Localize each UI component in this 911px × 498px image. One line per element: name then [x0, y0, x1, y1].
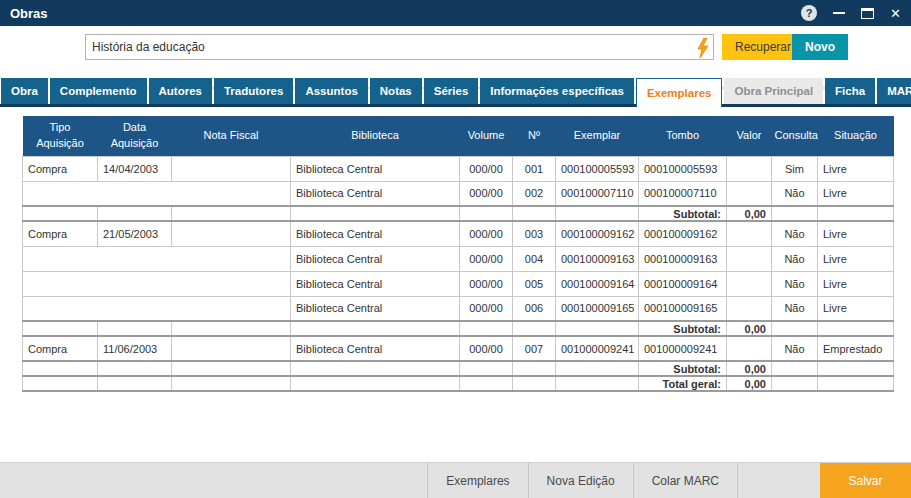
- table-row[interactable]: Biblioteca Central 000/00 006 0001000091…: [23, 296, 894, 321]
- salvar-button[interactable]: Salvar: [820, 463, 911, 498]
- search-input[interactable]: [86, 35, 686, 59]
- tab-bar: Obra Complemento Autores Tradutores Assu…: [0, 78, 911, 107]
- close-icon[interactable]: ✕: [890, 7, 901, 20]
- help-icon[interactable]: ?: [801, 5, 817, 21]
- table-row[interactable]: Compra 21/05/2003 Biblioteca Central 000…: [23, 221, 894, 246]
- exemplares-button[interactable]: Exemplares: [427, 463, 527, 498]
- table-header-row: Tipo Aquisição Data Aquisição Nota Fisca…: [23, 116, 894, 156]
- nova-edicao-button[interactable]: Nova Edição: [528, 463, 633, 498]
- subtotal-value: 0,00: [727, 206, 772, 221]
- column-header-valor: Valor: [727, 116, 772, 156]
- exemplares-grid: Tipo Aquisição Data Aquisição Nota Fisca…: [22, 116, 911, 392]
- column-header-tipo-aquisicao: Tipo Aquisição: [23, 116, 98, 156]
- subtotal-label: Subtotal:: [639, 321, 727, 336]
- tab-obra-principal[interactable]: Obra Principal: [724, 78, 823, 104]
- table-row[interactable]: Biblioteca Central 000/00 004 0001000091…: [23, 246, 894, 271]
- column-header-tombo: Tombo: [639, 116, 727, 156]
- table-row[interactable]: Biblioteca Central 000/00 002 0001000071…: [23, 181, 894, 206]
- tab-informacoes-especificas[interactable]: Informações específicas: [480, 78, 634, 104]
- subtotal-value: 0,00: [727, 321, 772, 336]
- titlebar: Obras ? ✕: [0, 0, 911, 26]
- subtotal-label: Subtotal:: [639, 206, 727, 221]
- lightning-icon[interactable]: [696, 38, 710, 58]
- column-header-situacao: Situação: [818, 116, 894, 156]
- tab-ficha[interactable]: Ficha: [825, 78, 875, 104]
- table-row[interactable]: Compra 11/06/2003 Biblioteca Central 000…: [23, 336, 894, 361]
- subtotal-row: Subtotal: 0,00: [23, 361, 894, 376]
- tab-marc[interactable]: MARC: [877, 78, 911, 104]
- tab-notas[interactable]: Notas: [370, 78, 422, 104]
- colar-marc-button[interactable]: Colar MARC: [633, 463, 738, 498]
- subtotal-row: Subtotal: 0,00: [23, 321, 894, 336]
- column-header-nota-fiscal: Nota Fiscal: [172, 116, 291, 156]
- column-header-biblioteca: Biblioteca: [291, 116, 460, 156]
- subtotal-row: Subtotal: 0,00: [23, 206, 894, 221]
- total-geral-row: Total geral: 0,00: [23, 376, 894, 391]
- column-header-data-aquisicao: Data Aquisição: [98, 116, 172, 156]
- total-geral-label: Total geral:: [639, 376, 727, 391]
- column-header-consulta: Consulta: [772, 116, 818, 156]
- tab-assuntos[interactable]: Assuntos: [295, 78, 367, 104]
- maximize-icon[interactable]: [861, 8, 874, 19]
- column-header-numero: Nº: [513, 116, 556, 156]
- window-controls: ? ✕: [801, 5, 901, 21]
- search-box: [85, 34, 714, 60]
- column-header-volume: Volume: [460, 116, 513, 156]
- tab-obra[interactable]: Obra: [1, 78, 48, 104]
- table-row[interactable]: Compra 14/04/2003 Biblioteca Central 000…: [23, 156, 894, 181]
- tab-autores[interactable]: Autores: [149, 78, 212, 104]
- minimize-icon[interactable]: [833, 12, 845, 14]
- novo-button[interactable]: Novo: [792, 34, 848, 60]
- tab-series[interactable]: Séries: [424, 78, 479, 104]
- tab-exemplares[interactable]: Exemplares: [636, 78, 723, 107]
- subtotal-label: Subtotal:: [639, 361, 727, 376]
- tab-complemento[interactable]: Complemento: [50, 78, 147, 104]
- search-row: Recuperar Novo: [0, 26, 911, 62]
- tab-tradutores[interactable]: Tradutores: [214, 78, 293, 104]
- obras-window: Obras ? ✕ Recuperar Novo Obra Complement…: [0, 0, 911, 498]
- footer-gap: [738, 463, 820, 498]
- total-geral-value: 0,00: [727, 376, 772, 391]
- subtotal-value: 0,00: [727, 361, 772, 376]
- column-header-exemplar: Exemplar: [556, 116, 639, 156]
- table-row[interactable]: Biblioteca Central 000/00 005 0001000091…: [23, 271, 894, 296]
- window-title: Obras: [10, 6, 48, 21]
- footer-bar: Exemplares Nova Edição Colar MARC Salvar: [0, 462, 911, 498]
